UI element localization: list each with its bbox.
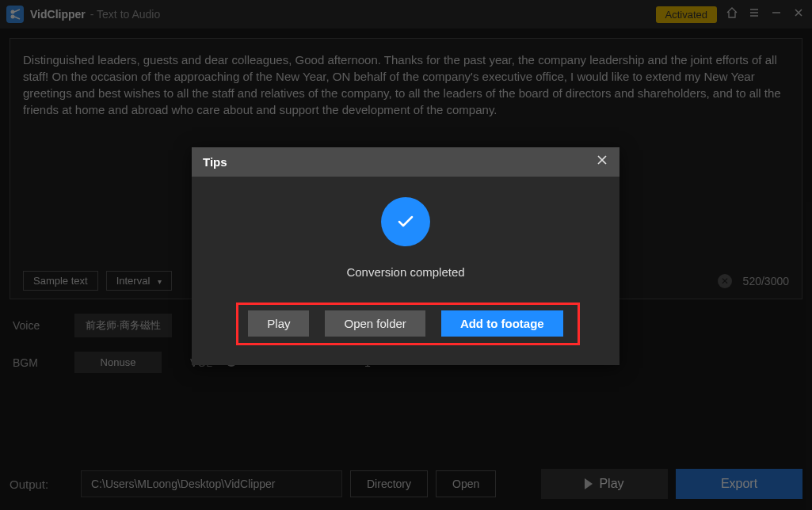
modal-open-folder-button[interactable]: Open folder — [325, 310, 425, 337]
app-logo-icon — [6, 6, 24, 23]
app-title: VidClipper — [30, 8, 86, 21]
titlebar: VidClipper - Text to Audio Activated — [0, 0, 812, 29]
svg-point-1 — [11, 15, 15, 19]
play-button[interactable]: Play — [541, 469, 668, 499]
play-icon — [585, 478, 593, 489]
home-icon[interactable] — [725, 6, 739, 22]
close-icon[interactable] — [791, 7, 806, 21]
output-path-field[interactable]: C:\Users\MLoong\Desktop\VidClipper — [81, 470, 342, 497]
modal-close-icon[interactable] — [596, 154, 608, 170]
output-label: Output: — [10, 478, 73, 491]
clear-text-icon[interactable]: ✕ — [718, 274, 732, 288]
chevron-down-icon: ▾ — [158, 277, 162, 286]
bgm-label: BGM — [13, 356, 60, 369]
voice-label: Voice — [13, 319, 60, 332]
minimize-icon[interactable] — [769, 7, 783, 21]
success-check-icon — [381, 197, 430, 246]
bgm-select[interactable]: Nonuse — [74, 352, 162, 373]
svg-point-0 — [11, 10, 15, 14]
export-button[interactable]: Export — [676, 469, 802, 499]
output-row: Output: C:\Users\MLoong\Desktop\VidClipp… — [10, 469, 802, 499]
menu-icon[interactable] — [747, 6, 761, 22]
voice-select[interactable]: 前老师·商务磁性 — [74, 314, 172, 337]
char-counter: 520/3000 — [743, 275, 789, 287]
interval-button[interactable]: Interval ▾ — [106, 271, 172, 291]
open-button[interactable]: Open — [436, 470, 496, 497]
sample-text-button[interactable]: Sample text — [23, 271, 98, 291]
modal-add-footage-button[interactable]: Add to footage — [441, 310, 563, 337]
text-content: Distinguished leaders, guests and dear c… — [23, 51, 789, 118]
modal-title: Tips — [203, 155, 227, 169]
tips-modal: Tips Conversion completed Play Open fold… — [192, 147, 619, 365]
play-label: Play — [599, 477, 623, 491]
directory-button[interactable]: Directory — [350, 470, 428, 497]
page-title: - Text to Audio — [90, 8, 160, 21]
modal-message: Conversion completed — [346, 265, 464, 279]
modal-play-button[interactable]: Play — [248, 310, 309, 337]
interval-label: Interval — [116, 275, 151, 287]
activated-badge: Activated — [656, 6, 717, 23]
